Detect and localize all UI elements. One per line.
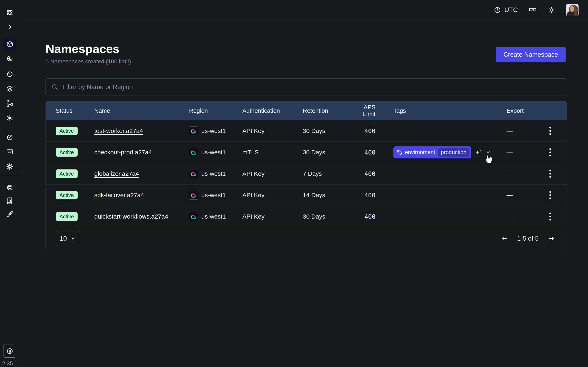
col-header-tags: Tags <box>381 108 507 114</box>
authentication-value: API Key <box>242 127 303 134</box>
table-row: Activeglobalizer.a27a4us-west1API Key7 D… <box>46 163 567 184</box>
status-badge: Active <box>56 148 78 157</box>
region-label: us-west1 <box>201 170 226 177</box>
table-row: Activetest-worker.a27a4us-west1API Key30… <box>46 120 567 142</box>
search-icon <box>52 83 58 91</box>
row-menu-button[interactable] <box>547 210 554 223</box>
retention-value: 30 Days <box>303 149 350 156</box>
region-label: us-west1 <box>201 213 226 220</box>
export-value: — <box>507 170 539 177</box>
gcp-region-icon <box>189 212 198 221</box>
sidebar-item-billing[interactable] <box>3 145 16 158</box>
status-badge: Active <box>56 191 78 200</box>
timezone-label: UTC <box>504 6 518 14</box>
col-header-aps-limit: APS Limit <box>350 104 381 117</box>
status-badge: Active <box>56 127 78 135</box>
sidebar: $ 2.35.1 <box>0 0 20 367</box>
namespace-link[interactable]: globalizer.a27a4 <box>94 170 139 177</box>
namespaces-table: Status Name Region Authentication Retent… <box>45 101 567 250</box>
clock-icon <box>494 6 501 14</box>
tag-badge[interactable]: environmentproduction <box>393 146 471 158</box>
credits-button[interactable]: $ <box>3 345 16 358</box>
retention-value: 30 Days <box>303 127 350 134</box>
sidebar-expand-chevron-icon[interactable] <box>3 20 16 33</box>
status-badge: Active <box>56 169 78 178</box>
page-size-select[interactable]: 10 <box>56 231 80 246</box>
row-menu-button[interactable] <box>547 146 554 159</box>
sidebar-item-getting-started[interactable] <box>3 208 16 221</box>
retention-value: 7 Days <box>303 170 350 177</box>
user-avatar[interactable] <box>566 4 579 16</box>
table-row: Activequickstart-workflows.a27a4us-west1… <box>46 206 567 227</box>
row-menu-button[interactable] <box>547 167 554 180</box>
gcp-region-icon <box>189 148 198 157</box>
col-header-region: Region <box>189 108 242 114</box>
sidebar-item-docs[interactable] <box>3 194 16 207</box>
row-menu-button[interactable] <box>547 124 554 137</box>
sidebar-item-pipelines[interactable] <box>3 97 16 110</box>
region-label: us-west1 <box>201 127 226 134</box>
authentication-value: API Key <box>242 192 303 199</box>
aps-limit-value: 400 <box>350 170 381 177</box>
sidebar-item-workflows[interactable] <box>3 52 16 65</box>
filter-input[interactable] <box>62 83 561 91</box>
tag-key: environment <box>405 149 435 156</box>
tag-icon <box>397 150 402 155</box>
export-value: — <box>507 127 539 134</box>
tags-expand-chevron-icon[interactable] <box>485 150 491 155</box>
aps-limit-value: 400 <box>350 149 381 156</box>
version-label: 2.35.1 <box>0 360 20 367</box>
authentication-value: API Key <box>242 213 303 220</box>
timezone-selector[interactable]: UTC <box>494 6 518 14</box>
page-title: Namespaces <box>45 42 120 56</box>
pagination: 1-5 of 5 <box>501 234 555 243</box>
authentication-value: API Key <box>242 170 303 177</box>
namespace-link[interactable]: checkout-prod.a27a4 <box>94 149 152 156</box>
namespace-link[interactable]: quickstart-workflows.a27a4 <box>94 213 168 220</box>
gcp-region-icon <box>189 191 198 200</box>
sidebar-item-settings[interactable] <box>3 160 16 173</box>
sidebar-item-namespaces[interactable] <box>3 38 16 51</box>
theme-toggle-sun-icon[interactable] <box>548 6 555 14</box>
sidebar-divider <box>0 175 20 176</box>
sidebar-item-support[interactable] <box>3 181 16 194</box>
col-header-export: Export <box>507 108 539 114</box>
filter-bar <box>45 78 567 95</box>
table-footer: 10 1-5 of 5 <box>46 227 567 250</box>
gcp-region-icon <box>189 169 198 178</box>
tag-more-count: +1 <box>476 149 483 156</box>
table-row: Activesdk-failover.a27a4us-west1API Key1… <box>46 184 567 206</box>
retention-value: 14 Days <box>303 192 350 199</box>
sidebar-item-schedules[interactable] <box>3 67 16 81</box>
region-label: us-west1 <box>201 192 226 199</box>
sidebar-item-nexus[interactable] <box>3 111 16 125</box>
row-menu-button[interactable] <box>547 189 554 202</box>
col-header-status: Status <box>56 108 94 114</box>
namespace-link[interactable]: sdk-failover.a27a4 <box>94 192 144 199</box>
topbar: UTC <box>20 0 588 20</box>
tag-value: production <box>438 148 469 157</box>
sidebar-item-usage[interactable] <box>3 131 16 144</box>
table-header-row: Status Name Region Authentication Retent… <box>46 101 567 120</box>
sidebar-item-deployments[interactable] <box>3 82 16 95</box>
labs-glasses-icon[interactable] <box>528 7 537 13</box>
status-badge: Active <box>56 212 78 221</box>
next-page-button[interactable] <box>547 234 555 243</box>
aps-limit-value: 400 <box>350 192 381 199</box>
tags-cell: environmentproduction+1 <box>381 146 507 158</box>
create-namespace-button[interactable]: Create Namespace <box>496 47 566 62</box>
namespace-link[interactable]: test-worker.a27a4 <box>94 127 143 134</box>
col-header-authentication: Authentication <box>242 108 303 114</box>
table-row: Activecheckout-prod.a27a4us-west1mTLS30 … <box>46 142 567 163</box>
page-size-value: 10 <box>60 235 67 242</box>
aps-limit-value: 400 <box>350 127 381 134</box>
export-value: — <box>507 149 539 156</box>
temporal-logo-icon <box>3 6 16 19</box>
retention-value: 30 Days <box>303 213 350 220</box>
chevron-down-icon <box>70 236 76 241</box>
gcp-region-icon <box>189 126 198 135</box>
svg-text:$: $ <box>9 349 11 353</box>
page-subtitle: 5 Namespaces created (100 limit) <box>45 58 131 65</box>
export-value: — <box>507 192 539 199</box>
previous-page-button[interactable] <box>501 234 509 243</box>
